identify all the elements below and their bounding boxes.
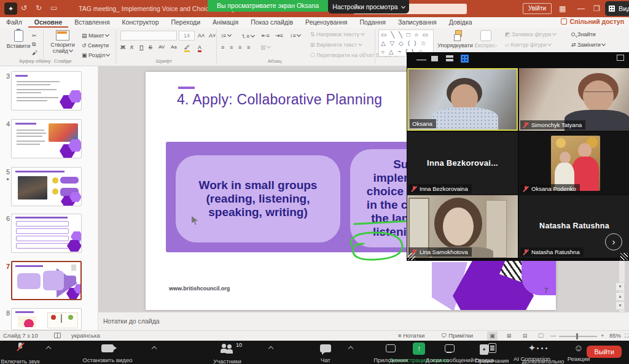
bold-button[interactable]: Ж xyxy=(120,44,125,50)
resize-handle-left[interactable] xyxy=(408,253,415,260)
align-left-icon[interactable]: ≡ xyxy=(221,44,224,50)
next-slide-button[interactable]: ▾ xyxy=(615,301,625,310)
annotations-button[interactable]: Примечания xyxy=(468,343,516,364)
line-spacing-button[interactable]: ↕≡ xyxy=(290,33,300,39)
apps-button[interactable]: Приложения xyxy=(366,343,415,363)
layout-button[interactable]: ▤ Макет xyxy=(82,33,109,39)
font-size-select[interactable]: 14 xyxy=(179,31,195,41)
align-center-icon[interactable]: ≡ xyxy=(230,44,233,50)
slide-sorter-button[interactable]: ⊞ xyxy=(504,331,514,341)
tab-insert[interactable]: Вставлення xyxy=(68,17,115,28)
share-document-button[interactable]: Спільний доступ xyxy=(561,18,624,25)
tab-transitions[interactable]: Переходи xyxy=(165,17,206,28)
thumbnail-slide-3[interactable] xyxy=(11,71,82,110)
character-spacing-button[interactable]: AV xyxy=(158,44,165,50)
text-direction-button[interactable]: ⇅ Напрямок тексту xyxy=(310,31,364,37)
font-color-button[interactable]: А xyxy=(198,44,201,52)
minimize-panel-icon[interactable]: — xyxy=(416,54,426,65)
tab-design[interactable]: Конструктор xyxy=(116,17,165,28)
participant-tile-lina[interactable]: Lina Samokhotova xyxy=(407,195,518,258)
popout-icon[interactable] xyxy=(617,55,624,61)
normal-view-button[interactable]: ▣ xyxy=(487,331,498,341)
slideshow-button[interactable]: 🖵 xyxy=(536,331,546,341)
tab-home[interactable]: Основне xyxy=(28,17,68,28)
arrange-button[interactable]: Упорядкувати xyxy=(437,30,473,48)
zoom-percentage[interactable]: 85% xyxy=(609,332,621,339)
shrink-font-icon[interactable]: A˅ xyxy=(209,33,216,39)
restore-icon[interactable]: ❐ xyxy=(593,4,600,13)
undo-icon[interactable]: ↺ xyxy=(21,4,27,12)
tab-animations[interactable]: Анімація xyxy=(206,17,244,28)
participant-tile-oksana[interactable]: Oksana xyxy=(407,68,518,131)
tab-help[interactable]: Довідка xyxy=(443,17,479,28)
justify-icon[interactable]: ≡ xyxy=(247,44,250,50)
minimize-icon[interactable]: — xyxy=(577,4,585,13)
decrease-indent-icon[interactable]: ⇤≡ xyxy=(262,33,270,39)
language-indicator[interactable]: українська xyxy=(71,332,100,339)
columns-button[interactable]: ▥ xyxy=(260,44,270,50)
replace-button[interactable]: ⇄ Замінити xyxy=(571,42,605,48)
thumbnail-slide-4[interactable] xyxy=(11,119,82,158)
numbering-button[interactable]: ⒈≡ xyxy=(241,33,254,41)
copy-icon[interactable]: ⧉ xyxy=(32,41,36,48)
reading-view-button[interactable]: ⊟ xyxy=(520,331,530,341)
italic-button[interactable]: К xyxy=(130,44,133,50)
paste-button[interactable]: Вставити xyxy=(6,30,31,49)
bullets-button[interactable]: ⁝≡ xyxy=(221,33,231,39)
participant-tile-simonchyk[interactable]: Simonchyk Tatyana xyxy=(519,68,629,131)
resize-handle-right[interactable] xyxy=(620,253,628,260)
participant-tile-podenko[interactable]: Oksana Podenko xyxy=(519,132,629,195)
shape-fill-button[interactable]: ◩ Заливка фігури xyxy=(505,31,556,37)
participant-tile-inna[interactable]: Inna Bezkorovai... Inna Bezkorovaina xyxy=(407,132,518,195)
notes-panel[interactable]: Нотатки до слайда xyxy=(98,312,629,330)
shape-outline-button[interactable]: ▱ Контур фігури xyxy=(505,42,551,48)
next-page-button[interactable]: › xyxy=(605,233,622,250)
tab-recording[interactable]: Записування xyxy=(392,17,443,28)
zoom-slider[interactable] xyxy=(559,336,597,337)
scroll-down-button[interactable]: ▾ xyxy=(615,282,625,291)
increase-indent-icon[interactable]: ⇥≡ xyxy=(275,33,283,39)
strikethrough-button[interactable]: S xyxy=(149,44,152,50)
tab-file[interactable]: Файл xyxy=(0,17,28,28)
gallery-view-icon[interactable] xyxy=(461,55,469,63)
find-button[interactable]: Знайти xyxy=(571,31,596,37)
participant-tile-natasha[interactable]: Natasha Ratushna › Natasha Ratushna xyxy=(519,195,629,258)
underline-button[interactable]: П xyxy=(139,44,143,50)
tab-view[interactable]: Подання xyxy=(354,17,392,28)
zoom-in-button[interactable]: + xyxy=(601,332,604,339)
fit-to-window-icon[interactable]: ⛶ xyxy=(622,331,629,341)
tab-review[interactable]: Рецензування xyxy=(299,17,353,28)
ribbon-options-icon[interactable]: ▦ xyxy=(559,4,566,13)
align-text-button[interactable]: ⊞ Вирівняти текст xyxy=(310,42,362,48)
cut-icon[interactable]: ✂ xyxy=(32,33,37,39)
copilot-icon[interactable]: ✦ xyxy=(4,2,17,15)
format-painter-icon[interactable]: 🖌 xyxy=(32,50,37,56)
align-right-icon[interactable]: ≡ xyxy=(238,44,241,50)
view-settings-dropdown[interactable]: Настройки просмотра xyxy=(328,0,409,14)
thumbnail-slide-7-selected[interactable] xyxy=(11,261,82,300)
zoom-out-button[interactable]: — xyxy=(550,332,557,339)
zoom-view-button[interactable]: Вид xyxy=(605,1,629,16)
sign-in-button[interactable]: Увійти xyxy=(523,3,552,14)
grow-font-icon[interactable]: A˄ xyxy=(198,33,205,39)
thumbnail-slide-5[interactable] xyxy=(11,167,82,206)
highlight-color-button[interactable]: 🖉 xyxy=(184,44,190,52)
thumbnail-slide-6[interactable] xyxy=(11,214,82,253)
preview-icon[interactable]: ▭ xyxy=(50,4,57,12)
quick-styles-button[interactable]: Експрес- xyxy=(472,30,500,48)
reset-button[interactable]: ↺ Скинути xyxy=(82,42,109,48)
change-case-button[interactable]: Aa xyxy=(171,44,177,50)
notes-toggle[interactable]: ≡ Нотатки xyxy=(398,332,424,339)
slide-textbox-left[interactable]: Work in small groups (reading, listening… xyxy=(176,155,340,242)
speaker-view-icon[interactable] xyxy=(431,56,438,61)
section-button[interactable]: ▣ Розділ xyxy=(82,52,109,58)
strip-view-icon[interactable] xyxy=(446,55,453,58)
slide-title[interactable]: 4. Apply: Collaborative Planning xyxy=(177,91,382,108)
comments-toggle[interactable]: 🗩 Примітки xyxy=(441,332,473,339)
accessibility-icon[interactable] xyxy=(54,332,61,339)
previous-slide-button[interactable]: ▴ xyxy=(615,292,625,301)
font-name-select[interactable] xyxy=(120,31,177,41)
more-button[interactable]: Дополнительно xyxy=(515,343,571,364)
redo-icon[interactable]: ↻ xyxy=(36,4,42,12)
thumbnail-slide-8[interactable] xyxy=(11,308,82,330)
